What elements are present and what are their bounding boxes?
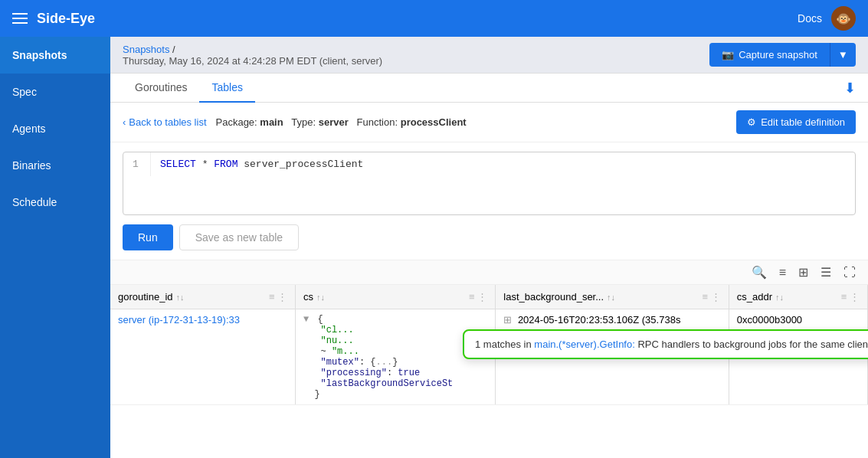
table-header-row: goroutine_id ↑↓ ≡ ⋮ cs ↑↓ ≡ ⋮ [110, 285, 868, 309]
user-avatar[interactable]: 🐵 [831, 6, 856, 31]
camera-icon: 📷 [722, 49, 734, 61]
sort-icon-cs-addr[interactable]: ↑↓ [775, 293, 784, 302]
save-as-new-table-button[interactable]: Save as new table [179, 224, 299, 250]
cs-line4: "mutex": {...} [303, 357, 398, 368]
chevron-left-icon: ‹ [123, 116, 126, 128]
tooltip-overlay: 1 matches in main.(*server).GetInfo: RPC… [463, 329, 868, 359]
data-table-container: goroutine_id ↑↓ ≡ ⋮ cs ↑↓ ≡ ⋮ [110, 285, 868, 458]
table-meta: Package: main Type: server Function: pro… [216, 116, 737, 128]
sql-keyword-select: SELECT [160, 159, 196, 170]
cell-goroutine-id: server (ip-172-31-13-19):33 [110, 309, 296, 405]
tab-goroutines[interactable]: Goroutines [123, 74, 199, 103]
col-menu-cs[interactable]: ≡ ⋮ [469, 291, 487, 303]
capture-snapshot-button[interactable]: 📷 Capture snapshot [709, 43, 830, 67]
cs-line2: "nu... [303, 335, 354, 346]
breadcrumb: Snapshots / [123, 44, 382, 55]
snapshots-breadcrumb-link[interactable]: Snapshots [123, 44, 169, 55]
sidebar: Snapshots Spec Agents Binaries Schedule [0, 37, 110, 458]
tooltip-rest: RPC handlers to background jobs for the … [635, 339, 868, 350]
sort-icon-cs[interactable]: ↑↓ [316, 293, 325, 302]
docs-link[interactable]: Docs [798, 12, 822, 25]
col-header-last-bg: last_background_ser... ↑↓ ≡ ⋮ [496, 285, 729, 309]
action-buttons: Run Save as new table [123, 224, 856, 250]
capture-dropdown-button[interactable]: ▼ [830, 43, 856, 67]
col-header-cs: cs ↑↓ ≡ ⋮ [296, 285, 496, 309]
sql-line-1: 1 SELECT * FROM server_processClient [123, 152, 855, 176]
main-area: Snapshots Spec Agents Binaries Schedule … [0, 37, 868, 458]
main-content: Snapshots / Thursday, May 16, 2024 at 4:… [110, 37, 868, 458]
line-number-1: 1 [123, 152, 151, 176]
cs-line3: ~ "m... [303, 346, 359, 357]
cs-line1: "cl... [303, 325, 354, 335]
back-to-tables-button[interactable]: ‹ Back to tables list [123, 116, 207, 128]
tooltip-link[interactable]: main.(*server).GetInfo: [534, 339, 635, 350]
sort-icon-goroutine[interactable]: ↑↓ [176, 293, 185, 302]
columns-icon[interactable]: ⊞ [798, 265, 808, 280]
col-header-cs-addr: cs_addr ↑↓ ≡ ⋮ [729, 285, 867, 309]
breadcrumb-separator: / [172, 44, 175, 55]
hamburger-menu-icon[interactable] [12, 13, 28, 24]
search-icon[interactable]: 🔍 [752, 265, 767, 280]
col-header-goroutine-id: goroutine_id ↑↓ ≡ ⋮ [110, 285, 296, 309]
breadcrumb-area: Snapshots / Thursday, May 16, 2024 at 4:… [123, 44, 382, 67]
gear-icon: ⚙ [747, 116, 756, 128]
sql-table-name: server_processClient [244, 159, 363, 170]
list-icon[interactable]: ☰ [821, 265, 831, 280]
filter-icon[interactable]: ≡ [779, 266, 786, 280]
sidebar-item-agents[interactable]: Agents [0, 110, 110, 147]
app-title: Side-Eye [37, 11, 798, 27]
run-button[interactable]: Run [123, 224, 173, 250]
sql-editor: 1 SELECT * FROM server_processClient [123, 152, 856, 215]
capture-btn-group: 📷 Capture snapshot ▼ [709, 43, 856, 67]
col-menu-cs-addr[interactable]: ≡ ⋮ [841, 291, 860, 303]
edit-table-definition-button[interactable]: ⚙ Edit table definition [736, 110, 856, 134]
sql-code-1[interactable]: SELECT * FROM server_processClient [151, 152, 372, 176]
tabs-bar: Goroutines Tables ⬇ [110, 74, 868, 103]
sidebar-item-schedule[interactable]: Schedule [0, 184, 110, 221]
content-header: Snapshots / Thursday, May 16, 2024 at 4:… [110, 37, 868, 74]
snapshot-time: Thursday, May 16, 2024 at 4:24:28 PM EDT… [123, 55, 382, 67]
col-menu-last-bg[interactable]: ≡ ⋮ [703, 291, 721, 303]
download-icon[interactable]: ⬇ [844, 80, 856, 97]
top-bar: Side-Eye Docs 🐵 [0, 0, 868, 37]
cs-brace: { [317, 314, 323, 325]
results-toolbar: 🔍 ≡ ⊞ ☰ ⛶ [110, 260, 868, 285]
sql-editor-empty-space[interactable] [123, 176, 855, 214]
col-menu-goroutine[interactable]: ≡ ⋮ [269, 291, 287, 303]
sort-icon-last-bg[interactable]: ↑↓ [607, 293, 615, 302]
cs-line5: "processing": true [303, 368, 420, 378]
cs-closing: } [303, 389, 320, 400]
tab-tables[interactable]: Tables [199, 74, 254, 103]
app-container: Side-Eye Docs 🐵 Snapshots Spec Agents Bi… [0, 0, 868, 458]
sql-keyword-from: FROM [214, 159, 237, 170]
sidebar-item-snapshots[interactable]: Snapshots [0, 37, 110, 74]
goroutine-id-link[interactable]: server (ip-172-31-13-19):33 [118, 314, 240, 326]
expand-cs-icon[interactable]: ▼ [303, 314, 309, 325]
tooltip-text: 1 matches in [475, 339, 534, 350]
cs-line6: "lastBackgroundServiceSt [303, 378, 453, 389]
last-bg-expand: ⊞ [503, 314, 512, 326]
expand-icon[interactable]: ⛶ [843, 266, 856, 280]
table-nav: ‹ Back to tables list Package: main Type… [110, 103, 868, 142]
sidebar-item-spec[interactable]: Spec [0, 74, 110, 110]
sidebar-item-binaries[interactable]: Binaries [0, 147, 110, 184]
